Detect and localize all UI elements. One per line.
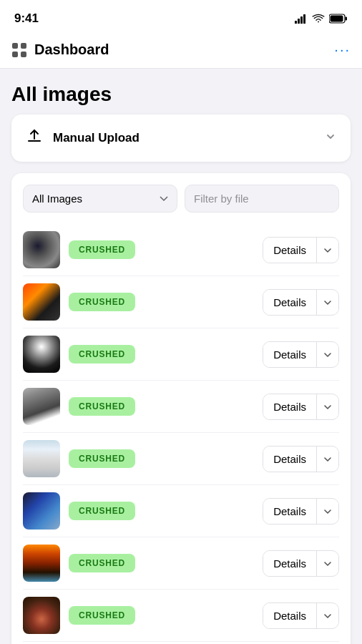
row-actions: Details xyxy=(263,550,339,577)
svg-rect-2 xyxy=(300,16,303,24)
dropdown-button[interactable] xyxy=(317,499,338,523)
row-actions: Details xyxy=(263,289,339,316)
row-actions: Details xyxy=(263,446,339,472)
details-button[interactable]: Details xyxy=(263,394,317,419)
svg-rect-6 xyxy=(346,17,348,21)
upload-left: Manual Upload xyxy=(26,127,140,149)
svg-rect-11 xyxy=(28,140,41,142)
thumbnail xyxy=(23,597,60,634)
status-badge: CRUSHED xyxy=(69,240,135,259)
svg-rect-7 xyxy=(12,43,18,49)
status-badge: CRUSHED xyxy=(69,345,135,364)
image-row: CRUSHEDDetails xyxy=(23,485,339,537)
upload-card[interactable]: Manual Upload xyxy=(11,114,351,162)
row-actions: Details xyxy=(263,394,339,420)
image-row: CRUSHEDDetails xyxy=(23,537,339,590)
wifi-icon xyxy=(312,14,325,24)
svg-rect-3 xyxy=(303,14,305,24)
page-title: All images xyxy=(0,69,362,114)
image-row: CRUSHEDDetails xyxy=(23,433,339,485)
row-actions: Details xyxy=(263,498,339,525)
status-badge: CRUSHED xyxy=(69,554,135,572)
upload-icon xyxy=(26,127,43,149)
svg-rect-0 xyxy=(295,21,297,24)
status-time: 9:41 xyxy=(14,11,39,26)
svg-rect-5 xyxy=(331,16,343,22)
thumbnail xyxy=(23,545,60,582)
thumbnail xyxy=(23,388,60,425)
details-button[interactable]: Details xyxy=(263,603,317,628)
status-badge: CRUSHED xyxy=(69,397,135,416)
filter-by-file-input[interactable] xyxy=(185,185,339,213)
dropdown-button[interactable] xyxy=(317,343,338,366)
thumbnail xyxy=(23,336,60,373)
dropdown-button[interactable] xyxy=(317,552,338,575)
thumbnail xyxy=(23,283,60,321)
svg-rect-10 xyxy=(21,52,26,57)
battery-icon xyxy=(329,14,348,24)
app-header: Dashboard ··· xyxy=(0,34,362,69)
row-actions: Details xyxy=(263,341,339,368)
header-left: Dashboard xyxy=(11,42,109,58)
image-row: CRUSHEDDetails xyxy=(23,224,339,276)
details-button[interactable]: Details xyxy=(263,499,317,524)
dashboard-icon xyxy=(11,42,27,58)
images-card: All Images Crushed Pending CRUSHEDDetail… xyxy=(11,173,351,644)
details-button[interactable]: Details xyxy=(263,238,317,263)
dropdown-button[interactable] xyxy=(317,604,338,628)
image-row: CRUSHEDDetails xyxy=(23,590,339,642)
status-icons xyxy=(295,14,348,24)
dropdown-button[interactable] xyxy=(317,447,338,471)
header-title: Dashboard xyxy=(34,42,109,58)
status-badge: CRUSHED xyxy=(69,449,135,468)
svg-rect-1 xyxy=(298,19,300,24)
dropdown-button[interactable] xyxy=(317,238,338,262)
signal-icon xyxy=(295,14,308,24)
dropdown-button[interactable] xyxy=(317,395,338,419)
row-actions: Details xyxy=(263,602,339,629)
image-row: CRUSHEDDetails xyxy=(23,381,339,433)
row-actions: Details xyxy=(263,237,339,263)
details-button[interactable]: Details xyxy=(263,551,317,576)
details-button[interactable]: Details xyxy=(263,342,317,367)
details-button[interactable]: Details xyxy=(263,447,317,472)
svg-rect-9 xyxy=(12,52,18,57)
status-badge: CRUSHED xyxy=(69,293,135,311)
details-button[interactable]: Details xyxy=(263,290,317,315)
dropdown-button[interactable] xyxy=(317,291,338,314)
upload-chevron-icon xyxy=(325,131,336,146)
filter-row: All Images Crushed Pending xyxy=(23,185,339,213)
more-options-button[interactable]: ··· xyxy=(334,42,351,58)
svg-rect-8 xyxy=(21,43,26,49)
image-row: CRUSHEDDetails xyxy=(23,276,339,328)
image-filter-select[interactable]: All Images Crushed Pending xyxy=(23,185,177,213)
upload-label: Manual Upload xyxy=(53,131,140,145)
thumbnail xyxy=(23,440,60,477)
thumbnail xyxy=(23,231,60,268)
status-badge: CRUSHED xyxy=(69,606,135,625)
status-bar: 9:41 xyxy=(0,0,362,34)
status-badge: CRUSHED xyxy=(69,502,135,520)
image-row: CRUSHEDDetails xyxy=(23,328,339,381)
thumbnail xyxy=(23,492,60,530)
image-list: CRUSHEDDetailsCRUSHEDDetailsCRUSHEDDetai… xyxy=(23,224,339,644)
